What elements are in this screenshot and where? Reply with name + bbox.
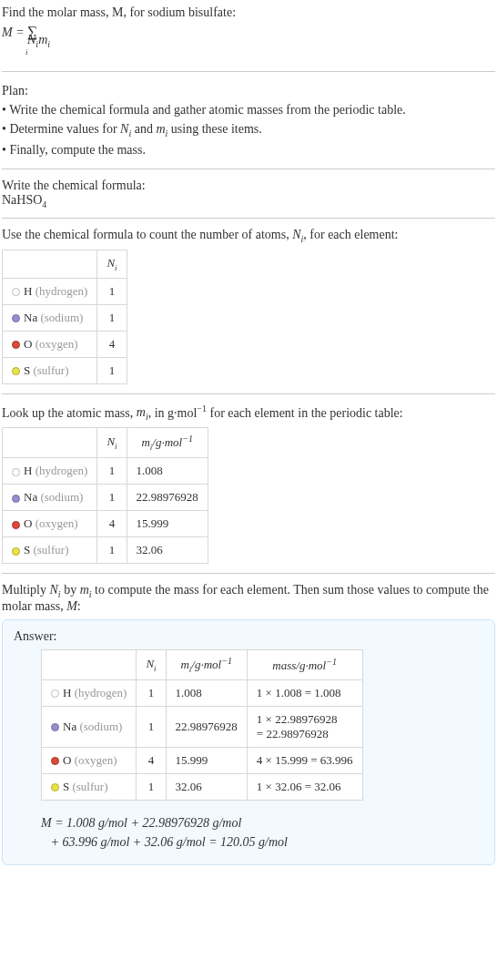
step3-mi: mi	[137, 405, 148, 419]
plan-b2-c: using these items.	[167, 122, 261, 136]
mi-unit: /g·mol	[152, 436, 182, 450]
s-name: (sulfur)	[30, 363, 68, 377]
s4-mi: mi	[80, 583, 92, 597]
atom-count-table: Ni H (hydrogen) 1 Na (sodium) 1 O (oxyge…	[2, 250, 127, 384]
s-mass: 32.06	[166, 773, 247, 800]
sum-index: i	[2, 47, 28, 56]
chemical-formula: NaHSO4	[2, 193, 495, 209]
ni-header: Ni	[137, 649, 166, 679]
formula-m-sub: i	[47, 39, 50, 49]
element-o: O (oxygen)	[3, 511, 97, 537]
na-symbol: Na	[24, 311, 37, 324]
na-symbol: Na	[63, 720, 76, 733]
h-name: (hydrogen)	[71, 686, 127, 699]
s4-Ni: Ni	[50, 583, 61, 597]
s4-M: M	[66, 599, 77, 613]
atomic-mass-table: Ni mi/g·mol−1 H (hydrogen) 1 1.008 Na (s…	[2, 427, 208, 564]
plan-b2-a: • Determine values for	[2, 122, 120, 136]
h-calc: 1 × 1.008 = 1.008	[247, 679, 362, 706]
element-s: S (sulfur)	[3, 357, 97, 383]
s4-Ni-sym: N	[50, 583, 58, 597]
hydrogen-dot-icon	[12, 288, 20, 296]
sodium-dot-icon	[12, 314, 20, 322]
multiply-section: Multiply Ni by mi to compute the mass fo…	[2, 583, 495, 865]
na-name: (sodium)	[76, 720, 122, 733]
plan-mi-sym: m	[156, 122, 165, 136]
element-s: S (sulfur)	[42, 773, 137, 800]
na-calc-a: 1 × 22.98976928	[257, 712, 338, 726]
plan-bullet-1: • Write the chemical formula and gather …	[2, 100, 495, 119]
mass-sup: −1	[326, 657, 337, 667]
formula-lhs: M =	[2, 26, 27, 39]
o-name: (oxygen)	[32, 516, 77, 530]
ni-sub: i	[115, 263, 117, 272]
chemical-formula-section: Write the chemical formula: NaHSO4	[2, 179, 495, 209]
na-symbol: Na	[24, 490, 37, 504]
ni-sub: i	[154, 664, 157, 673]
step2-a: Use the chemical formula to count the nu…	[2, 228, 292, 241]
table-row: H (hydrogen) 1	[3, 278, 127, 304]
ni-sub: i	[115, 442, 117, 451]
sulfur-dot-icon	[12, 367, 20, 375]
ni-sym: N	[106, 256, 115, 270]
table-row: H (hydrogen) 1 1.008	[3, 458, 208, 485]
na-count: 1	[97, 304, 127, 331]
s-name: (sulfur)	[30, 543, 68, 556]
oxygen-dot-icon	[12, 341, 20, 349]
element-h: H (hydrogen)	[3, 458, 97, 485]
h-name: (hydrogen)	[32, 464, 87, 477]
s-calc: 1 × 32.06 = 32.06	[247, 773, 362, 800]
ni-sym: N	[146, 657, 154, 670]
plan-mi: mi	[156, 122, 167, 136]
table-header-row: Ni	[3, 250, 127, 279]
na-count: 1	[97, 485, 127, 511]
step2-title: Use the chemical formula to count the nu…	[2, 228, 495, 244]
o-count: 4	[137, 747, 166, 773]
s3c: for each element in the periodic table:	[207, 405, 403, 419]
mi-header: mi/g·mol−1	[127, 428, 208, 458]
o-calc: 4 × 15.999 = 63.996	[247, 747, 362, 773]
sulfur-dot-icon	[12, 547, 20, 556]
answer-box: Answer: Ni mi/g·mol−1 mass/g·mol−1 H (hy…	[2, 619, 495, 865]
o-symbol: O	[24, 337, 32, 351]
table-row: Na (sodium) 1	[3, 304, 127, 331]
final-equation: M = 1.008 g/mol + 22.98976928 g/mol + 63…	[41, 813, 483, 852]
s3b: , in g·mol	[148, 405, 198, 419]
o-count: 4	[97, 331, 127, 357]
element-h: H (hydrogen)	[3, 278, 97, 304]
hydrogen-dot-icon	[12, 468, 20, 476]
s4-mi-sym: m	[80, 583, 89, 597]
s4d: :	[77, 599, 81, 613]
step4-title: Multiply Ni by mi to compute the mass fo…	[2, 583, 495, 614]
o-symbol: O	[24, 516, 32, 530]
mi-header: mi/g·mol−1	[166, 649, 247, 679]
na-mass: 22.98976928	[166, 706, 247, 747]
s-mass: 32.06	[127, 537, 208, 564]
table-row: O (oxygen) 4 15.999 4 × 15.999 = 63.996	[42, 747, 363, 773]
final-line-2: + 63.996 g/mol + 32.06 g/mol = 120.05 g/…	[51, 835, 289, 849]
element-o: O (oxygen)	[42, 747, 137, 773]
table-row: S (sulfur) 1	[3, 357, 127, 383]
atomic-mass-section: Look up the atomic mass, mi, in g·mol−1 …	[2, 403, 495, 564]
answer-table: Ni mi/g·mol−1 mass/g·mol−1 H (hydrogen) …	[41, 649, 363, 801]
table-row: H (hydrogen) 1 1.008 1 × 1.008 = 1.008	[42, 679, 363, 706]
sodium-dot-icon	[12, 495, 20, 503]
o-name: (oxygen)	[32, 337, 77, 351]
table-row: S (sulfur) 1 32.06	[3, 537, 208, 564]
plan-Ni: Ni	[120, 122, 131, 136]
s4b: by	[61, 583, 80, 597]
step2-Ni: Ni	[292, 228, 303, 241]
intro-section: Find the molar mass, M, for sodium bisul…	[2, 4, 495, 62]
plan-section: Plan: • Write the chemical formula and g…	[2, 81, 495, 159]
h-count: 1	[97, 458, 127, 485]
h-symbol: H	[24, 284, 32, 298]
sulfur-dot-icon	[51, 783, 59, 791]
h-mass: 1.008	[166, 679, 247, 706]
s3-mi-sym: m	[137, 405, 146, 419]
element-na: Na (sodium)	[3, 304, 97, 331]
divider	[2, 393, 495, 394]
molar-mass-formula: M = ∑ i Nimi	[2, 22, 495, 62]
plan-bullet-2: • Determine values for Ni and mi using t…	[2, 119, 495, 140]
element-na: Na (sodium)	[42, 706, 137, 747]
h-symbol: H	[24, 464, 32, 477]
